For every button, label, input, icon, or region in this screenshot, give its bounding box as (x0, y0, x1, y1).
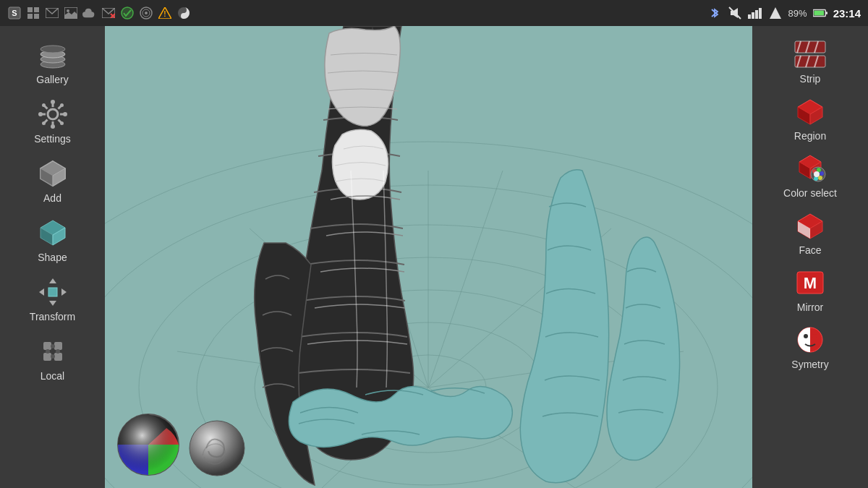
sidebar-item-add[interactable]: Add (6, 152, 100, 210)
right-item-face[interactable]: Face (758, 205, 863, 260)
svg-point-121 (118, 414, 179, 475)
right-item-region[interactable]: Region (758, 90, 863, 146)
svg-rect-3 (34, 7, 39, 12)
svg-point-52 (60, 121, 64, 125)
sidebar-item-local[interactable]: Local (6, 330, 100, 388)
svg-point-122 (190, 421, 244, 476)
region-label: Region (794, 130, 826, 142)
svg-point-71 (46, 349, 50, 354)
svg-marker-63 (39, 288, 44, 296)
transform-icon (37, 276, 69, 308)
svg-text:S: S (12, 9, 17, 17)
face-label: Face (799, 244, 821, 256)
svg-text:!: ! (163, 10, 166, 18)
svg-rect-31 (814, 11, 824, 15)
right-item-color-select[interactable]: Color select (758, 147, 863, 203)
svg-point-70 (51, 354, 55, 359)
svg-point-69 (51, 344, 55, 348)
svg-rect-65 (43, 342, 51, 350)
network-icon (768, 6, 783, 20)
battery-percent: 89% (788, 8, 807, 19)
svg-point-91 (818, 176, 822, 180)
svg-marker-28 (770, 7, 781, 19)
svg-point-46 (51, 124, 55, 129)
shape-label: Shape (38, 252, 67, 263)
local-icon (37, 335, 69, 367)
status-icon-target (139, 6, 153, 20)
status-icon-yin (176, 6, 191, 20)
symetry-icon (793, 323, 827, 356)
svg-point-72 (56, 349, 60, 354)
svg-point-20 (183, 9, 185, 12)
status-bar: S (0, 0, 868, 26)
add-icon (37, 158, 69, 189)
svg-rect-2 (27, 7, 33, 12)
svg-text:M: M (804, 274, 817, 292)
color-select-icon (793, 152, 827, 185)
add-label: Add (43, 192, 61, 204)
right-item-symetry[interactable]: Symetry (758, 319, 863, 374)
svg-point-47 (38, 112, 43, 116)
status-icon-grid (26, 6, 41, 20)
svg-point-49 (42, 103, 46, 107)
svg-marker-61 (49, 278, 56, 283)
svg-point-89 (817, 168, 821, 172)
sidebar-item-settings[interactable]: Settings (6, 93, 100, 150)
svg-rect-30 (825, 12, 827, 14)
status-icon-mailx (101, 6, 116, 20)
svg-point-102 (812, 334, 817, 338)
svg-rect-25 (752, 12, 754, 19)
svg-point-101 (804, 334, 808, 338)
svg-marker-62 (49, 301, 56, 306)
svg-rect-66 (54, 342, 62, 350)
svg-point-92 (814, 176, 818, 181)
right-sidebar: Strip Region (752, 26, 868, 488)
color-sphere[interactable] (116, 412, 181, 477)
status-icon-mail (45, 6, 59, 20)
svg-marker-64 (61, 288, 67, 296)
svg-point-51 (42, 121, 46, 125)
left-sidebar: Gallery (0, 26, 105, 488)
status-icons-left: S (7, 6, 191, 20)
svg-point-13 (122, 7, 133, 19)
gallery-icon (37, 39, 69, 71)
status-icon-image (64, 6, 78, 20)
time-display: 23:14 (833, 7, 861, 20)
mirror-icon: M (793, 266, 827, 299)
right-item-mirror[interactable]: M Mirror (758, 262, 863, 317)
svg-point-93 (814, 171, 820, 177)
svg-point-90 (820, 171, 824, 176)
transform-label: Transform (30, 311, 75, 322)
material-ball[interactable] (188, 419, 246, 477)
bluetooth-icon (707, 6, 722, 20)
svg-point-16 (145, 12, 148, 14)
color-select-label: Color select (783, 187, 837, 199)
svg-rect-4 (27, 14, 33, 19)
svg-point-50 (60, 103, 64, 107)
svg-rect-68 (54, 353, 62, 361)
main-canvas[interactable] (105, 26, 752, 488)
shape-icon (37, 217, 69, 249)
svg-point-45 (51, 100, 55, 104)
mirror-label: Mirror (797, 301, 824, 313)
right-item-strip[interactable]: Strip (758, 33, 863, 89)
local-label: Local (41, 370, 64, 382)
face-icon (793, 209, 827, 242)
svg-rect-24 (748, 14, 751, 19)
strip-icon (793, 38, 827, 71)
svg-rect-26 (755, 10, 758, 19)
mute-icon (728, 6, 742, 20)
svg-point-8 (67, 9, 69, 12)
gallery-label: Gallery (36, 74, 68, 85)
region-icon (793, 95, 827, 128)
sidebar-item-transform[interactable]: Transform (6, 270, 100, 328)
status-icon-check (120, 6, 135, 20)
svg-point-35 (41, 46, 65, 53)
settings-label: Settings (34, 133, 71, 145)
signal-icon (748, 6, 762, 20)
svg-rect-27 (759, 8, 762, 19)
sidebar-item-shape[interactable]: Shape (6, 211, 100, 269)
symetry-label: Symetry (791, 359, 828, 370)
settings-icon (37, 98, 69, 130)
sidebar-item-gallery[interactable]: Gallery (6, 33, 100, 91)
